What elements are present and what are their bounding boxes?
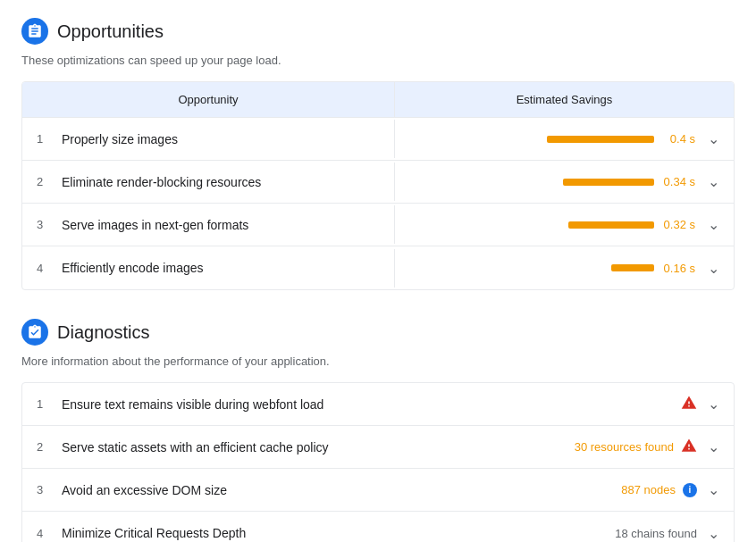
diagnostics-title: Diagnostics xyxy=(57,322,149,343)
nodes-text: 887 nodes xyxy=(621,483,676,496)
row-number: 1 xyxy=(22,387,55,421)
savings-bar xyxy=(563,179,654,186)
row-label: Eliminate render-blocking resources xyxy=(55,164,394,200)
chevron-down-icon[interactable]: ⌄ xyxy=(708,438,719,455)
savings-col-header: Estimated Savings xyxy=(394,82,734,117)
row-number: 2 xyxy=(22,429,55,464)
opportunities-icon xyxy=(21,18,48,45)
row-label: Properly size images xyxy=(55,121,394,157)
row-label: Serve static assets with an efficient ca… xyxy=(55,429,555,465)
row-number: 3 xyxy=(22,472,55,507)
row-savings: 0.32 s ⌄ xyxy=(394,205,734,244)
chevron-down-icon[interactable]: ⌄ xyxy=(708,173,719,190)
chevron-down-icon[interactable]: ⌄ xyxy=(708,130,719,147)
row-label: Ensure text remains visible during webfo… xyxy=(55,387,555,422)
savings-value: 0.16 s xyxy=(659,262,695,275)
row-label: Avoid an excessive DOM size xyxy=(55,472,555,508)
warning-triangle-icon xyxy=(681,395,697,413)
diagnostics-row-3[interactable]: 3 Avoid an excessive DOM size 887 nodes … xyxy=(22,469,734,512)
diagnostics-row-2[interactable]: 2 Serve static assets with an efficient … xyxy=(22,426,734,469)
row-savings: 0.4 s ⌄ xyxy=(394,120,734,158)
diag-right: 887 nodes i ⌄ xyxy=(555,471,734,509)
diagnostics-header: Diagnostics xyxy=(21,319,735,346)
savings-bar-container: 0.4 s xyxy=(547,132,695,146)
warning-icon xyxy=(681,438,697,454)
diagnostics-row-4[interactable]: 4 Minimize Critical Requests Depth 18 ch… xyxy=(22,512,734,542)
opportunities-title: Opportunities xyxy=(57,21,164,42)
diagnostics-table: 1 Ensure text remains visible during web… xyxy=(21,382,735,542)
opportunity-row-1[interactable]: 1 Properly size images 0.4 s ⌄ xyxy=(22,118,734,161)
opportunities-table: Opportunity Estimated Savings 1 Properly… xyxy=(21,81,735,290)
opportunity-row-3[interactable]: 3 Serve images in next-gen formats 0.32 … xyxy=(22,204,734,246)
savings-bar xyxy=(611,264,654,271)
row-number: 1 xyxy=(22,121,55,156)
diag-right: 30 resources found ⌄ xyxy=(555,427,734,467)
diag-right: ⌄ xyxy=(555,384,734,424)
opportunity-row-2[interactable]: 2 Eliminate render-blocking resources 0.… xyxy=(22,161,734,204)
opportunity-row-4[interactable]: 4 Efficiently encode images 0.16 s ⌄ xyxy=(22,246,734,289)
chevron-down-icon[interactable]: ⌄ xyxy=(708,216,719,233)
row-savings: 0.16 s ⌄ xyxy=(394,249,734,288)
chevron-down-icon[interactable]: ⌄ xyxy=(708,525,719,542)
row-label: Efficiently encode images xyxy=(55,250,394,286)
chains-text: 18 chains found xyxy=(615,527,697,540)
savings-bar-container: 0.16 s xyxy=(611,262,695,275)
chevron-down-icon[interactable]: ⌄ xyxy=(708,396,719,413)
clipboard-icon xyxy=(27,23,43,39)
opportunities-subtitle: These optimizations can speed up your pa… xyxy=(21,54,735,67)
savings-bar xyxy=(547,136,654,143)
savings-bar-container: 0.32 s xyxy=(568,218,695,231)
row-number: 4 xyxy=(22,516,55,543)
row-savings: 0.34 s ⌄ xyxy=(394,163,734,201)
savings-value: 0.32 s xyxy=(659,218,695,231)
savings-bar xyxy=(568,221,654,229)
opportunities-table-header: Opportunity Estimated Savings xyxy=(22,82,734,118)
diagnostics-row-1[interactable]: 1 Ensure text remains visible during web… xyxy=(22,383,734,426)
chevron-down-icon[interactable]: ⌄ xyxy=(708,260,719,277)
opportunities-header: Opportunities xyxy=(21,18,735,45)
savings-value: 0.4 s xyxy=(659,132,695,146)
row-number: 2 xyxy=(22,164,55,199)
opportunity-col-header: Opportunity xyxy=(22,82,394,117)
savings-value: 0.34 s xyxy=(659,175,695,188)
row-number: 3 xyxy=(22,207,55,242)
warning-icon xyxy=(681,395,697,411)
chevron-down-icon[interactable]: ⌄ xyxy=(708,481,719,498)
row-label: Minimize Critical Requests Depth xyxy=(55,515,555,542)
warning-triangle-icon xyxy=(681,438,697,456)
diagnostics-icon xyxy=(21,319,48,346)
info-icon: i xyxy=(683,483,697,497)
diag-right: 18 chains found ⌄ xyxy=(555,514,734,543)
row-label: Serve images in next-gen formats xyxy=(55,207,394,243)
row-number: 4 xyxy=(22,251,55,286)
diagnostics-subtitle: More information about the performance o… xyxy=(21,354,735,368)
savings-bar-container: 0.34 s xyxy=(563,175,695,188)
resources-found-text: 30 resources found xyxy=(575,440,674,454)
clipboard-check-icon xyxy=(27,324,43,340)
